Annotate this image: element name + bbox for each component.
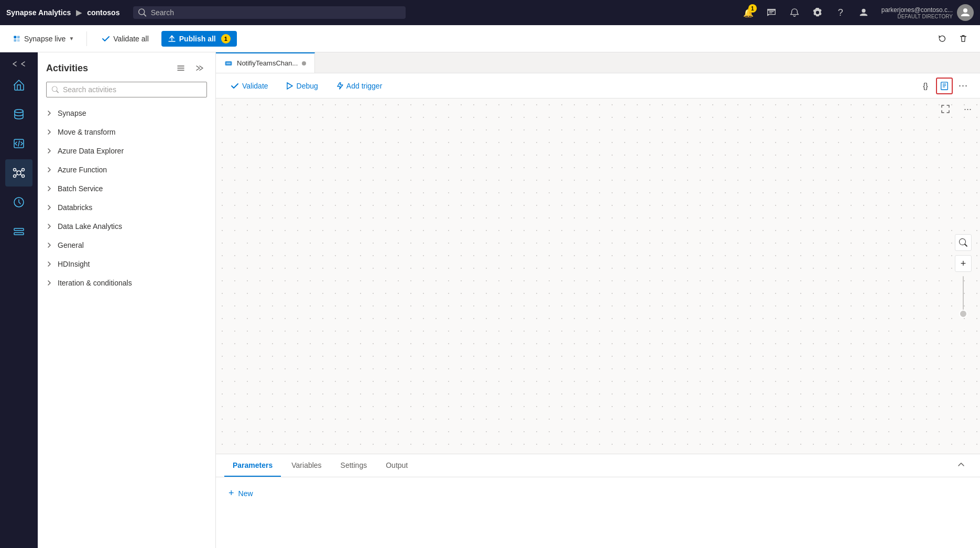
collapse-bottom-btn[interactable] bbox=[951, 461, 972, 470]
integrate-icon bbox=[13, 167, 25, 179]
code-icon bbox=[13, 137, 25, 150]
activities-list: Synapse Move & transform Azure Data Expl… bbox=[38, 104, 215, 548]
sidebar-collapse-btn[interactable] bbox=[10, 59, 27, 69]
expand-btn[interactable] bbox=[940, 104, 951, 116]
topbar: Synapse Analytics ▶ contosos 🔔 1 ? bbox=[0, 0, 980, 25]
activities-panel: Activities bbox=[38, 52, 216, 548]
add-trigger-btn[interactable]: Add trigger bbox=[329, 80, 388, 92]
delete-icon bbox=[959, 34, 968, 43]
activity-item[interactable]: General bbox=[38, 236, 215, 255]
settings-btn[interactable] bbox=[808, 3, 827, 22]
publish-all-btn[interactable]: Publish all 1 bbox=[161, 31, 237, 47]
tab-settings[interactable]: Settings bbox=[332, 454, 376, 477]
toolbar-right bbox=[934, 30, 972, 47]
new-parameter-btn[interactable]: + New bbox=[224, 486, 972, 501]
sidebar-item-integrate[interactable] bbox=[5, 159, 32, 187]
tab-bar: NotifiyTeamsChan... bbox=[216, 52, 980, 73]
notifications-btn[interactable]: 🔔 1 bbox=[739, 3, 758, 22]
sidebar-item-develop[interactable] bbox=[5, 130, 32, 157]
plus-icon-new: + bbox=[228, 488, 234, 499]
delete-btn[interactable] bbox=[955, 30, 972, 47]
activity-item[interactable]: Batch Service bbox=[38, 179, 215, 198]
tab-variables[interactable]: Variables bbox=[283, 454, 330, 477]
debug-btn[interactable]: Debug bbox=[279, 80, 324, 92]
activity-label: General bbox=[58, 241, 84, 249]
search-input[interactable] bbox=[151, 8, 401, 17]
more-options-btn[interactable]: ··· bbox=[955, 78, 972, 94]
svg-rect-5 bbox=[17, 39, 20, 41]
activities-search-box[interactable] bbox=[46, 82, 207, 97]
svg-rect-1 bbox=[769, 13, 772, 13]
tab-output[interactable]: Output bbox=[377, 454, 416, 477]
sidebar-item-monitor[interactable] bbox=[5, 189, 32, 216]
synapse-live-selector[interactable]: Synapse live ▼ bbox=[8, 32, 78, 45]
synapse-live-label: Synapse live bbox=[24, 35, 66, 43]
activity-item[interactable]: Databricks bbox=[38, 198, 215, 217]
home-icon bbox=[13, 79, 25, 91]
activity-item[interactable]: Iteration & conditionals bbox=[38, 273, 215, 292]
collapse-icon bbox=[177, 64, 185, 72]
topbar-actions: 🔔 1 ? parkerjones@contoso.c... DEFAULT D… bbox=[739, 3, 974, 22]
canvas-ellipsis-icon: ··· bbox=[964, 104, 972, 114]
activity-label: Azure Data Explorer bbox=[58, 147, 124, 155]
brand-chevron: ▶ bbox=[76, 8, 82, 17]
activity-label: Iteration & conditionals bbox=[58, 279, 132, 287]
plus-icon: + bbox=[961, 258, 966, 269]
canvas-zoom-in-btn[interactable]: + bbox=[955, 255, 972, 272]
properties-btn[interactable] bbox=[936, 78, 953, 94]
sidebar-item-home[interactable] bbox=[5, 71, 32, 98]
svg-point-6 bbox=[15, 109, 23, 113]
zoom-slider[interactable] bbox=[963, 276, 964, 318]
bottom-panel: Parameters Variables Settings Output bbox=[216, 454, 980, 548]
add-trigger-label: Add trigger bbox=[346, 82, 382, 90]
username: parkerjones@contoso.c... bbox=[881, 6, 953, 14]
bottom-content: + New bbox=[216, 477, 980, 509]
sidebar-item-manage[interactable] bbox=[5, 218, 32, 245]
activities-controls bbox=[173, 61, 207, 75]
activity-item[interactable]: Data Lake Analytics bbox=[38, 217, 215, 236]
tab-parameters[interactable]: Parameters bbox=[224, 454, 281, 477]
activity-item[interactable]: Move & transform bbox=[38, 123, 215, 141]
toolbar-separator-1 bbox=[86, 31, 87, 46]
activity-label: Synapse bbox=[58, 109, 86, 117]
publish-icon bbox=[168, 35, 176, 43]
bell2-btn[interactable] bbox=[785, 3, 804, 22]
close-panel-btn[interactable] bbox=[192, 61, 207, 75]
activities-search-input[interactable] bbox=[63, 85, 201, 94]
activity-label: Move & transform bbox=[58, 128, 115, 136]
svg-rect-2 bbox=[14, 36, 16, 38]
validate-all-btn[interactable]: Validate all bbox=[95, 31, 155, 46]
help-btn[interactable]: ? bbox=[831, 3, 850, 22]
activity-item[interactable]: Azure Function bbox=[38, 160, 215, 179]
code-view-btn[interactable]: {} bbox=[917, 78, 934, 94]
brand: Synapse Analytics ▶ contosos bbox=[6, 8, 119, 17]
tenant-name: contosos bbox=[87, 8, 119, 17]
curly-braces-icon: {} bbox=[923, 82, 928, 90]
global-search-box[interactable] bbox=[133, 6, 406, 19]
collapse-all-btn[interactable] bbox=[173, 61, 188, 75]
activity-item[interactable]: Synapse bbox=[38, 104, 215, 123]
database-icon bbox=[13, 108, 25, 120]
user-dir: DEFAULT DIRECTORY bbox=[881, 14, 953, 19]
activity-item[interactable]: HDInsight bbox=[38, 255, 215, 273]
publish-badge: 1 bbox=[221, 34, 231, 43]
refresh-btn[interactable] bbox=[934, 30, 951, 47]
pipeline-tab[interactable]: NotifiyTeamsChan... bbox=[216, 52, 315, 73]
canvas-background bbox=[216, 98, 980, 454]
question-icon: ? bbox=[838, 7, 843, 18]
activity-item[interactable]: Azure Data Explorer bbox=[38, 141, 215, 160]
person-btn[interactable] bbox=[854, 3, 873, 22]
validate-btn[interactable]: Validate bbox=[224, 80, 275, 92]
activity-label: Data Lake Analytics bbox=[58, 222, 122, 231]
feedback-btn[interactable] bbox=[762, 3, 781, 22]
canvas-more-btn[interactable]: ··· bbox=[964, 104, 972, 115]
sidebar-item-data[interactable] bbox=[5, 101, 32, 128]
brand-name: Synapse Analytics bbox=[6, 8, 71, 17]
canvas[interactable]: ··· + bbox=[216, 98, 980, 454]
svg-rect-18 bbox=[14, 228, 24, 231]
play-icon bbox=[285, 82, 293, 90]
canvas-search-btn[interactable] bbox=[955, 234, 972, 251]
avatar[interactable] bbox=[957, 4, 974, 21]
properties-icon bbox=[940, 81, 949, 91]
svg-rect-19 bbox=[14, 233, 24, 235]
